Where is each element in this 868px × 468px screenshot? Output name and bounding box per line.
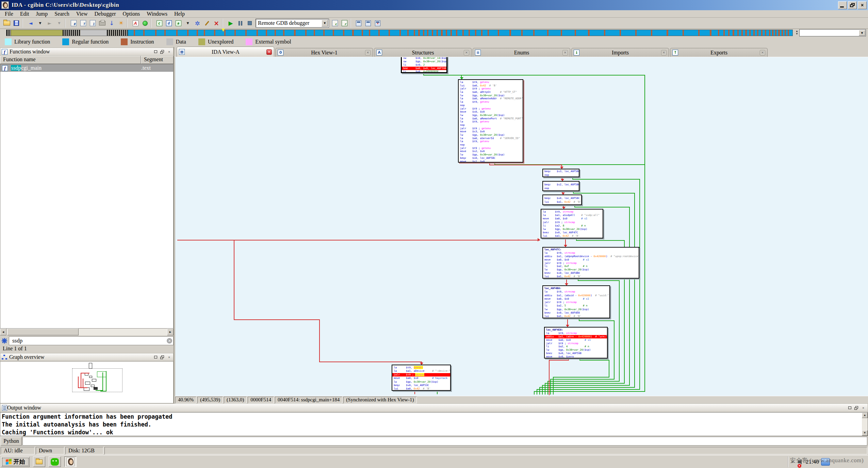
scroll-left-icon[interactable]: ◄ [0, 329, 6, 335]
tab-enums[interactable]: ≡Enums✕ [473, 48, 570, 57]
panel-close-icon[interactable]: × [861, 405, 866, 411]
nav-band-zoom-arrows[interactable]: ▲▼ [796, 30, 798, 35]
pause-debugger-button[interactable] [236, 19, 245, 28]
tab-hex-view-1[interactable]: 0Hex View-1✕ [275, 48, 373, 57]
save-file-button[interactable] [12, 19, 21, 28]
edit-comment-button[interactable] [202, 19, 211, 28]
tab-ida-view-a[interactable]: ▦IDA View-A✕ [177, 47, 274, 57]
make-array-button[interactable]: a [174, 19, 183, 28]
chevron-down-icon[interactable]: ▼ [859, 30, 865, 36]
graph-node-cmp-uuid[interactable]: loc_40F4B0:la $t9, strncmpaddiu $a1, (aU… [542, 285, 610, 318]
jump-forward-button[interactable]: ► [45, 19, 54, 28]
restore-button[interactable] [848, 1, 857, 9]
graph-node-strstr-device[interactable]: la $t9, strstrla $a1, aDevice # ":device… [392, 365, 451, 391]
refresh-memory-button[interactable]: r [340, 19, 349, 28]
taskbar-ida-button[interactable] [64, 456, 77, 467]
graph-view-canvas[interactable]: sw $s0, 0x38+var_14($sp)sw $gp, 0x38+var… [175, 57, 868, 396]
terminate-process-button[interactable]: × [373, 19, 382, 28]
menu-options[interactable]: Options [120, 11, 143, 17]
chevron-down-icon[interactable]: ▼ [322, 20, 328, 27]
output-log[interactable]: Function argument information has been p… [0, 412, 868, 436]
scroll-up-icon[interactable]: ▲ [862, 413, 868, 418]
navigation-band[interactable] [6, 30, 793, 36]
taskbar-wechat-button[interactable] [49, 456, 61, 467]
panel-float-icon[interactable] [160, 355, 165, 360]
graph-node-entry[interactable]: sw $s0, 0x38+var_14($sp)sw $gp, 0x38+var… [401, 57, 447, 73]
menu-view[interactable]: View [73, 11, 91, 17]
jump-back-list-button[interactable]: ▼ [36, 19, 45, 28]
attach-process-button[interactable]: c [330, 19, 339, 28]
start-debugger-button[interactable]: ▶ [226, 19, 235, 28]
graph-node-cmp-rootdevice[interactable]: loc_40F47C:la $t9, strncmpaddiu $a1, (aU… [542, 247, 639, 279]
python-command-input[interactable] [22, 437, 867, 446]
menu-windows[interactable]: Windows [144, 11, 170, 17]
panel-float-icon[interactable] [160, 49, 165, 54]
graph-node-check-v0[interactable]: beqz $v0, loc_40F58Clui $a1, 0x42 # 'B' [542, 195, 582, 205]
search-input[interactable] [9, 336, 174, 345]
graph-node-cmp-urn[interactable]: loc_40F4E8:la $t9, strncmpaddiu $a1, (aU… [544, 327, 608, 358]
close-button[interactable]: × [858, 1, 867, 9]
panel-close-icon[interactable]: × [166, 49, 172, 54]
tab-structures[interactable]: AStructures✕ [374, 48, 472, 57]
taskbar-file-explorer-button[interactable] [33, 456, 45, 467]
tab-close-icon[interactable]: ✕ [464, 50, 469, 55]
panel-maximize-icon[interactable] [153, 49, 158, 54]
make-data-button[interactable]: d [164, 19, 173, 28]
jump-forward-list-button[interactable]: ▼ [55, 19, 64, 28]
highlight-button[interactable]: ☀ [117, 19, 126, 28]
clear-search-icon[interactable]: ✕ [167, 338, 172, 344]
menu-help[interactable]: Help [171, 11, 187, 17]
tab-close-icon[interactable]: ✕ [365, 50, 371, 55]
graph-node-getenv-chain[interactable]: la $t9, getenvlui $a0, 0x42 # 'B'jalr $t… [458, 79, 523, 163]
graph-node-check-s2[interactable]: beqz $s2, loc_40F58Cnop [542, 181, 579, 191]
start-button[interactable]: 开始 [1, 457, 30, 467]
python-interpreter-button[interactable]: Python [1, 437, 22, 446]
menu-jump[interactable]: Jump [33, 11, 51, 17]
column-header-function-name[interactable]: Function name [0, 56, 141, 64]
tab-close-icon[interactable]: ✕ [562, 50, 568, 55]
sequence-search-button[interactable]: 1 [88, 19, 97, 28]
graph-node-cmp-ssdp-all[interactable]: la $t9, strncmpla $a1, aSsdpAll # "ssdp:… [541, 209, 603, 238]
graph-node-check-s3[interactable]: beqz $s3, loc_40F58Cnop [542, 169, 579, 177]
jump-to-address-button[interactable]: ↓ [107, 19, 116, 28]
set-colors-button[interactable]: A [131, 19, 140, 28]
breakpoints-button[interactable] [364, 19, 373, 28]
make-name-button[interactable]: ✲ [193, 19, 202, 28]
menu-debugger[interactable]: Debugger [92, 11, 118, 17]
tab-exports[interactable]: ↑Exports✕ [670, 48, 768, 57]
functions-window-titlebar[interactable]: f Functions window × [0, 48, 174, 56]
panel-close-icon[interactable]: × [166, 355, 172, 360]
minimize-button[interactable] [838, 1, 847, 9]
print-button[interactable] [98, 19, 107, 28]
output-vertical-scrollbar[interactable]: ▲ ▼ [862, 413, 868, 436]
scrollbar-thumb[interactable] [7, 329, 79, 335]
column-header-segment[interactable]: Segment [141, 56, 174, 64]
output-window-titlebar[interactable]: Output window × [0, 403, 868, 412]
menu-file[interactable]: File [2, 11, 16, 17]
menu-search[interactable]: Search [52, 11, 72, 17]
open-file-button[interactable] [2, 19, 11, 28]
scroll-right-icon[interactable]: ► [167, 329, 174, 335]
nav-band-combobox[interactable]: ▼ [799, 29, 866, 36]
text-search-button[interactable]: T [79, 19, 87, 28]
undefine-button[interactable]: × [212, 19, 221, 28]
scroll-down-icon[interactable]: ▼ [862, 430, 868, 436]
tab-close-icon[interactable]: ✕ [661, 50, 667, 55]
analysis-indicator[interactable] [141, 19, 149, 28]
names-window-button[interactable]: # [69, 19, 78, 28]
function-row[interactable]: fssdpcgi_main.text [0, 64, 173, 72]
panel-maximize-icon[interactable] [847, 405, 852, 411]
panel-maximize-icon[interactable] [153, 355, 158, 360]
make-more-dropdown[interactable]: ▼ [183, 19, 192, 28]
graph-overview-titlebar[interactable]: Graph overview × [0, 353, 174, 361]
make-code-button[interactable]: c [155, 19, 164, 28]
functions-horizontal-scrollbar[interactable]: ◄ ► [0, 329, 174, 335]
tab-close-icon[interactable]: ✕ [266, 49, 272, 55]
panel-float-icon[interactable] [854, 405, 859, 411]
stop-debugger-button[interactable] [245, 19, 254, 28]
tab-imports[interactable]: ↓Imports✕ [571, 48, 669, 57]
debugger-combobox[interactable]: Remote GDB debugger▼ [256, 19, 329, 27]
jump-back-button[interactable]: ◄ [26, 19, 35, 28]
graph-overview-minimap[interactable] [0, 361, 174, 403]
menu-edit[interactable]: Edit [17, 11, 32, 17]
